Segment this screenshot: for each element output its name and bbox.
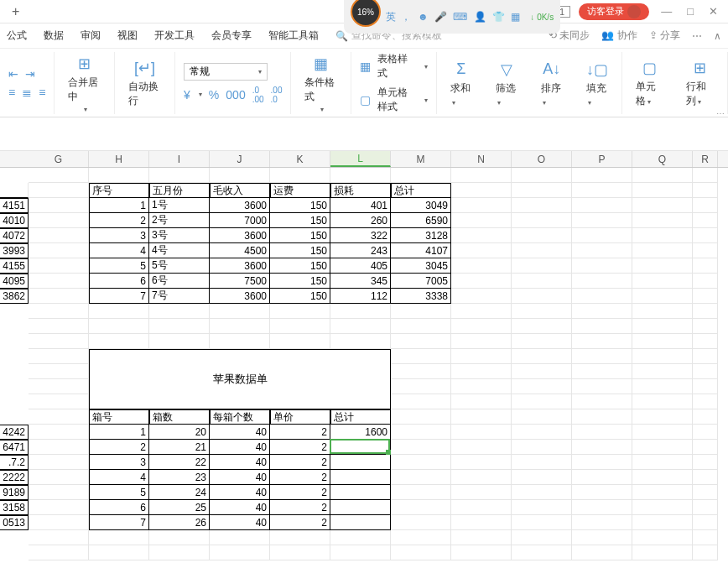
cell[interactable] bbox=[391, 440, 451, 455]
data-cell[interactable]: 20 bbox=[149, 425, 210, 440]
cell[interactable] bbox=[270, 334, 330, 349]
data-cell[interactable]: 22 bbox=[149, 455, 210, 470]
cell[interactable] bbox=[29, 530, 89, 545]
cell[interactable] bbox=[693, 258, 718, 274]
cell[interactable] bbox=[29, 213, 89, 228]
data-cell[interactable]: 毛收入 bbox=[210, 183, 270, 198]
cell[interactable] bbox=[29, 198, 89, 213]
cell[interactable] bbox=[512, 515, 572, 530]
cell[interactable] bbox=[572, 409, 632, 425]
cell[interactable] bbox=[270, 304, 330, 319]
cell[interactable] bbox=[29, 485, 89, 500]
data-cell[interactable]: 2 bbox=[270, 425, 330, 440]
cell[interactable] bbox=[512, 319, 572, 334]
cell[interactable] bbox=[451, 379, 512, 394]
cell[interactable] bbox=[29, 545, 89, 560]
data-cell[interactable]: 7005 bbox=[391, 274, 451, 289]
cell[interactable] bbox=[512, 243, 572, 258]
cell[interactable] bbox=[512, 183, 572, 198]
data-cell[interactable] bbox=[330, 470, 391, 485]
cell[interactable] bbox=[391, 455, 451, 470]
data-cell[interactable]: 2 bbox=[270, 515, 330, 530]
cell[interactable] bbox=[512, 530, 572, 545]
cell[interactable] bbox=[29, 364, 89, 379]
share-button[interactable]: ⇪ 分享 bbox=[649, 29, 680, 43]
data-cell[interactable]: 5 bbox=[89, 258, 149, 274]
data-cell[interactable]: 4500 bbox=[210, 243, 270, 258]
cond-format-button[interactable]: ▦ 条件格式▾ bbox=[299, 52, 342, 115]
align-right-icon[interactable]: ≡ bbox=[39, 86, 45, 99]
cell[interactable] bbox=[693, 304, 718, 319]
data-cell[interactable]: 2 bbox=[89, 213, 149, 228]
data-cell[interactable]: 150 bbox=[270, 258, 330, 274]
cell[interactable] bbox=[330, 319, 391, 334]
cell[interactable] bbox=[693, 364, 718, 379]
cell[interactable] bbox=[270, 168, 330, 183]
cell[interactable] bbox=[572, 243, 632, 258]
data-cell[interactable]: 25 bbox=[149, 500, 210, 515]
data-cell[interactable]: 2号 bbox=[149, 213, 210, 228]
menu-smart[interactable]: 智能工具箱 bbox=[268, 29, 319, 43]
data-cell[interactable]: 1600 bbox=[330, 425, 391, 440]
cell[interactable] bbox=[693, 213, 718, 228]
cell[interactable] bbox=[391, 470, 451, 485]
cell[interactable] bbox=[693, 198, 718, 213]
cell[interactable] bbox=[572, 470, 632, 485]
mic-icon[interactable]: 🎤 bbox=[434, 11, 447, 23]
partial-cell[interactable]: 9189 bbox=[0, 485, 29, 500]
menu-data[interactable]: 数据 bbox=[44, 29, 64, 43]
cell[interactable] bbox=[451, 319, 512, 334]
cell[interactable] bbox=[632, 183, 693, 198]
data-cell[interactable]: 总计 bbox=[330, 409, 391, 425]
cell[interactable] bbox=[451, 364, 512, 379]
col-header-N[interactable]: N bbox=[451, 151, 512, 167]
cell[interactable] bbox=[451, 500, 512, 515]
data-cell[interactable]: 五月份 bbox=[149, 183, 210, 198]
col-header-P[interactable]: P bbox=[572, 151, 632, 167]
cell[interactable] bbox=[693, 455, 718, 470]
inc-decimal-button[interactable]: .0.00 bbox=[252, 86, 264, 104]
data-cell[interactable]: 6590 bbox=[391, 213, 451, 228]
cell[interactable] bbox=[572, 394, 632, 409]
cell[interactable] bbox=[693, 515, 718, 530]
data-cell[interactable]: 405 bbox=[330, 258, 391, 274]
data-cell[interactable]: 7500 bbox=[210, 274, 270, 289]
cell[interactable] bbox=[632, 349, 693, 364]
col-header-K[interactable]: K bbox=[270, 151, 330, 167]
data-cell[interactable]: 总计 bbox=[391, 183, 451, 198]
cell[interactable] bbox=[451, 440, 512, 455]
cell[interactable] bbox=[632, 440, 693, 455]
cell[interactable] bbox=[330, 530, 391, 545]
cell[interactable] bbox=[693, 545, 718, 560]
cell[interactable] bbox=[512, 500, 572, 515]
cell[interactable] bbox=[693, 409, 718, 425]
person-icon[interactable]: 👤 bbox=[474, 11, 486, 23]
cell[interactable] bbox=[149, 545, 210, 560]
spreadsheet-area[interactable]: G H I J K L M N O P Q R 4151401040723993… bbox=[0, 117, 728, 563]
data-cell[interactable]: 26 bbox=[149, 515, 210, 530]
cell[interactable] bbox=[29, 258, 89, 274]
cell[interactable] bbox=[512, 334, 572, 349]
cell[interactable] bbox=[210, 304, 270, 319]
cell[interactable] bbox=[451, 168, 512, 183]
cell[interactable] bbox=[572, 228, 632, 243]
cell[interactable] bbox=[693, 485, 718, 500]
data-cell[interactable]: 箱号 bbox=[89, 409, 149, 425]
cell[interactable] bbox=[632, 530, 693, 545]
cell[interactable] bbox=[512, 228, 572, 243]
cell[interactable] bbox=[451, 183, 512, 198]
cell[interactable] bbox=[391, 515, 451, 530]
menu-dev[interactable]: 开发工具 bbox=[154, 29, 195, 43]
cell[interactable] bbox=[693, 168, 718, 183]
cell[interactable] bbox=[632, 198, 693, 213]
cell[interactable] bbox=[572, 364, 632, 379]
cell[interactable] bbox=[632, 545, 693, 560]
cell[interactable] bbox=[29, 394, 89, 409]
cell[interactable] bbox=[512, 455, 572, 470]
cell[interactable] bbox=[512, 379, 572, 394]
cell[interactable] bbox=[451, 394, 512, 409]
cell[interactable] bbox=[330, 334, 391, 349]
cell[interactable] bbox=[693, 349, 718, 364]
align-left-icon[interactable]: ≡ bbox=[8, 86, 15, 99]
cell[interactable] bbox=[330, 168, 391, 183]
